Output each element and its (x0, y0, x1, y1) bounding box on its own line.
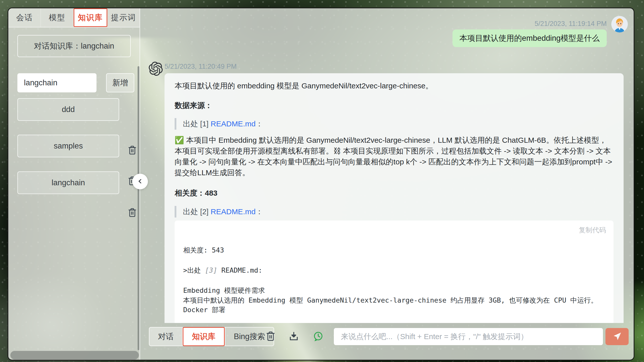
tab-prompt[interactable]: 提示词 (107, 8, 140, 27)
delete-kb-button[interactable] (127, 207, 137, 219)
sidebar: 会话 模型 知识库 提示词 对话知识库：langchain 新增 ddd sam… (8, 8, 140, 360)
code-text: README.md: (217, 266, 262, 274)
collapse-sidebar-button[interactable] (132, 174, 148, 189)
sidebar-horizontal-scrollbar[interactable] (10, 351, 139, 359)
source-suffix: ： (255, 207, 263, 216)
add-kb-button[interactable]: 新增 (106, 73, 134, 92)
code-line: 本项目中默认选用的 Embedding 模型 GanymedeNil/text2… (183, 296, 605, 315)
relevance-score-1: 相关度：483 (175, 188, 614, 198)
app-window: 会话 模型 知识库 提示词 对话知识库：langchain 新增 ddd sam… (8, 8, 634, 360)
code-line: >出处 [3] README.md: (183, 266, 605, 275)
chat-area: 5/21/2023, 11:19:14 PM 本项目默认使用的embedding… (140, 8, 634, 360)
trash-icon (127, 153, 137, 156)
openai-logo-icon (149, 62, 163, 76)
code-ref: [3] (205, 266, 217, 274)
user-avatar (611, 16, 628, 32)
trash-icon (127, 215, 137, 219)
source-excerpt-text: ✅ 本项目中 Embedding 默认选用的是 GanymedeNil/text… (175, 135, 614, 178)
sidebar-tabbar: 会话 模型 知识库 提示词 (8, 8, 140, 27)
mode-knowledge-base-button[interactable]: 知识库 (183, 327, 225, 346)
export-download-button[interactable] (288, 331, 300, 343)
source-prefix: 出处 [1] (183, 120, 211, 128)
readme-link[interactable]: README.md (211, 120, 255, 128)
user-message-bubble: 本项目默认使用的embedding模型是什么 (453, 29, 607, 47)
source-quote-2: 出处 [2] README.md： (175, 206, 614, 218)
kb-item-samples[interactable]: samples (17, 135, 119, 157)
chevron-left-icon (136, 177, 144, 186)
sidebar-vertical-scrollbar[interactable] (138, 66, 139, 350)
source-prefix: 出处 [2] (183, 207, 211, 216)
send-button[interactable] (605, 328, 629, 345)
mode-switch-group: 对话 知识库 Bing搜索 (149, 327, 274, 346)
current-kb-label: 对话知识库：langchain (17, 35, 131, 57)
paper-plane-icon (612, 331, 622, 342)
kb-name-input[interactable] (17, 73, 96, 92)
kb-item-ddd[interactable]: ddd (17, 98, 119, 121)
chat-history-button[interactable] (312, 331, 324, 343)
message-input[interactable] (334, 328, 603, 345)
source-quote-1: 出处 [1] README.md： (175, 118, 614, 130)
bot-message-timestamp: 5/21/2023, 11:20:49 PM (165, 63, 237, 70)
tab-model[interactable]: 模型 (41, 8, 73, 27)
trash-icon (265, 339, 276, 343)
download-icon (288, 339, 299, 343)
code-block: 复制代码 相关度: 543 >出处 [3] README.md: Embeddi… (175, 221, 614, 323)
copy-code-button[interactable]: 复制代码 (579, 226, 606, 235)
code-line: Embedding 模型硬件需求 (183, 286, 605, 295)
source-suffix: ： (255, 120, 263, 128)
message-scroll-region[interactable]: 5/21/2023, 11:19:14 PM 本项目默认使用的embedding… (140, 8, 634, 323)
code-line: 相关度: 543 (183, 246, 605, 255)
answer-text: 本项目默认使用的 embedding 模型是 GanymedeNil/text2… (175, 81, 614, 91)
composer-bar: 对话 知识库 Bing搜索 (140, 327, 634, 346)
delete-kb-button[interactable] (127, 145, 137, 156)
clock-history-icon (313, 339, 324, 343)
readme-link[interactable]: README.md (211, 207, 255, 216)
user-message-timestamp: 5/21/2023, 11:19:14 PM (535, 20, 607, 28)
tab-knowledge-base[interactable]: 知识库 (74, 8, 107, 27)
tab-session[interactable]: 会话 (8, 8, 41, 27)
mode-chat-button[interactable]: 对话 (149, 327, 183, 346)
kb-item-langchain[interactable]: langchain (17, 171, 119, 194)
code-text: >出处 (183, 266, 205, 274)
data-source-heading: 数据来源： (175, 100, 614, 111)
clear-messages-button[interactable] (265, 331, 277, 343)
bot-message-bubble: 本项目默认使用的 embedding 模型是 GanymedeNil/text2… (165, 73, 624, 323)
